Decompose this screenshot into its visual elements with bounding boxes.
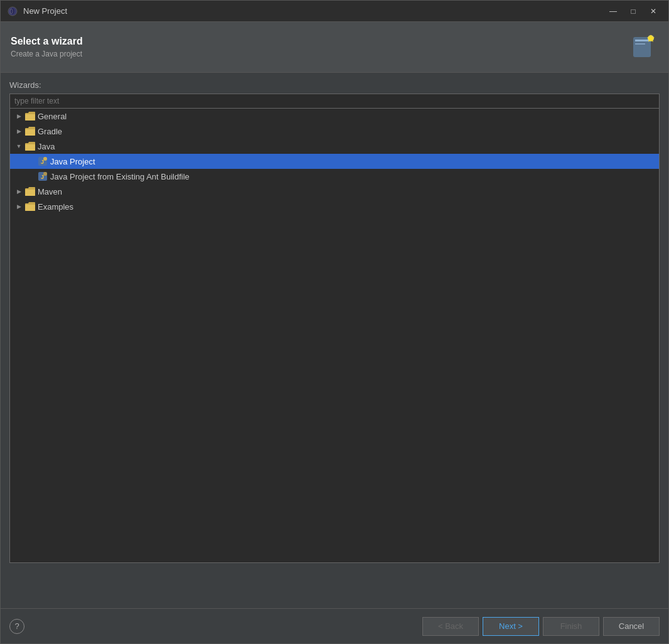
tree-item-java-project-ant[interactable]: ▶ J Java Project from Existing Ant Build…: [10, 169, 659, 184]
tree-item-maven[interactable]: ▶ Maven: [10, 184, 659, 199]
header-area: Select a wizard Create a Java project: [1, 22, 668, 73]
svg-rect-5: [635, 43, 645, 45]
tree-label-examples: Examples: [38, 202, 73, 212]
expand-arrow-examples: ▶: [14, 201, 24, 212]
svg-text:J: J: [41, 174, 44, 180]
footer: ? < Back Next > Finish Cancel: [1, 608, 668, 643]
tree-item-examples[interactable]: ▶ Examples: [10, 199, 659, 214]
svg-rect-4: [635, 40, 649, 41]
header-text: Select a wizard Create a Java project: [11, 36, 626, 58]
tree-item-gradle[interactable]: ▶ Gradle: [10, 124, 659, 139]
main-content: Wizards: ▶ General ▶: [1, 73, 668, 571]
window-controls: — □ ✕: [604, 4, 662, 18]
tree-item-java-project[interactable]: ▶ J Java Project: [10, 154, 659, 169]
tree-label-general: General: [38, 112, 67, 121]
wizard-icon: [626, 31, 658, 63]
folder-icon-gradle: [25, 127, 35, 136]
window: New Project — □ ✕ Select a wizard Create…: [0, 0, 669, 644]
finish-button[interactable]: Finish: [543, 617, 599, 636]
footer-buttons: < Back Next > Finish Cancel: [422, 617, 660, 636]
app-icon: [7, 6, 18, 17]
folder-icon-java: [25, 142, 35, 151]
filter-input[interactable]: [9, 94, 660, 109]
tree-item-java[interactable]: ▼ Java: [10, 139, 659, 154]
tree-label-java-project: Java Project: [50, 157, 95, 166]
expand-arrow-general: ▶: [14, 111, 24, 121]
tree-label-gradle: Gradle: [38, 127, 62, 136]
next-button[interactable]: Next >: [483, 617, 539, 636]
window-title: New Project: [23, 6, 604, 16]
tree-label-maven: Maven: [38, 187, 62, 196]
cancel-button[interactable]: Cancel: [603, 617, 660, 636]
next-label: Next >: [499, 621, 523, 631]
java-project-icon: J: [38, 156, 48, 166]
close-button[interactable]: ✕: [645, 4, 662, 18]
bottom-spacer: [1, 571, 668, 608]
help-button[interactable]: ?: [9, 619, 24, 634]
expand-arrow-maven: ▶: [14, 186, 24, 196]
expand-arrow-gradle: ▶: [14, 126, 24, 136]
tree-container: ▶ General ▶ Gradle: [9, 109, 660, 563]
tree-item-general[interactable]: ▶ General: [10, 109, 659, 124]
svg-text:J: J: [41, 159, 44, 165]
minimize-button[interactable]: —: [604, 4, 622, 18]
header-subtitle: Create a Java project: [11, 50, 626, 58]
tree-label-java: Java: [38, 142, 55, 151]
header-title: Select a wizard: [11, 36, 626, 47]
folder-icon-examples: [25, 202, 35, 211]
folder-icon-maven: [25, 187, 35, 196]
expand-arrow-java: ▼: [14, 141, 24, 151]
title-bar: New Project — □ ✕: [1, 1, 668, 22]
wizards-label: Wizards:: [9, 80, 660, 90]
svg-point-10: [43, 157, 47, 161]
folder-icon-general: [25, 112, 35, 121]
tree-label-java-project-ant: Java Project from Existing Ant Buildfile: [50, 172, 190, 181]
back-button[interactable]: < Back: [422, 617, 479, 636]
java-ant-icon: J: [38, 171, 48, 181]
maximize-button[interactable]: □: [624, 4, 642, 18]
